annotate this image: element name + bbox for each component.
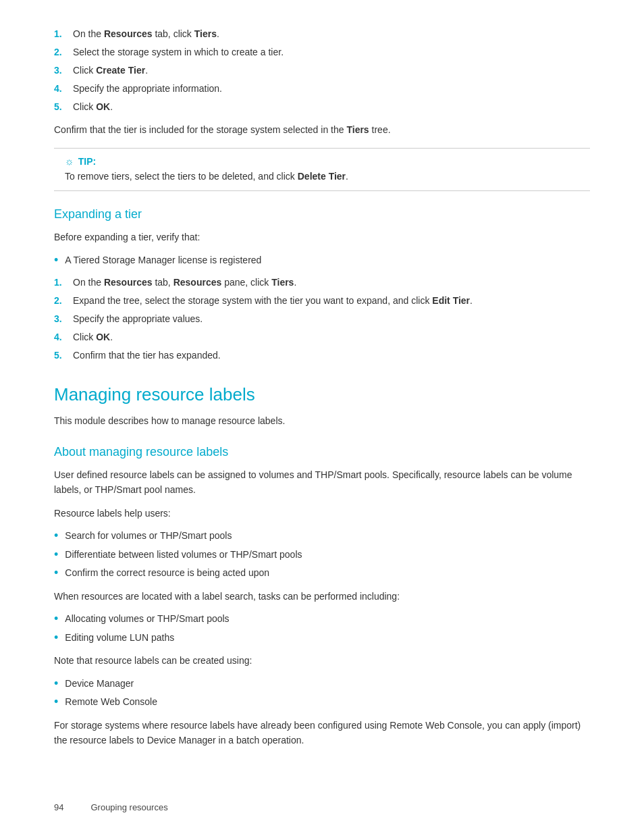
- created-bullet-2: • Remote Web Console: [54, 695, 590, 710]
- page-section: Grouping resources: [90, 802, 167, 812]
- tip-label-text: TIP:: [78, 156, 96, 167]
- task-bullet-1: • Allocating volumes or THP/Smart pools: [54, 612, 590, 627]
- confirm-text: Confirm that the tier is included for th…: [54, 122, 590, 137]
- page-number: 94: [54, 802, 63, 812]
- expand-step-2: 2. Expand the tree, select the storage s…: [54, 294, 590, 308]
- about-managing-heading: About managing resource labels: [54, 445, 590, 459]
- about-para1: User defined resource labels can be assi…: [54, 467, 590, 498]
- about-para5: For storage systems where resource label…: [54, 718, 590, 748]
- created-bullet-1: • Device Manager: [54, 677, 590, 692]
- step-1: 1. On the Resources tab, click Tiers.: [54, 27, 590, 41]
- tip-icon: ☼: [65, 155, 74, 167]
- created-using-list: • Device Manager • Remote Web Console: [54, 677, 590, 710]
- about-para2: Resource labels help users:: [54, 506, 590, 521]
- page-footer: 94 Grouping resources: [54, 789, 590, 812]
- prereq-list: • A Tiered Storage Manager license is re…: [54, 253, 590, 268]
- tip-text: To remove tiers, select the tiers to be …: [65, 170, 579, 184]
- step-2: 2. Select the storage system in which to…: [54, 45, 590, 59]
- expanding-steps: 1. On the Resources tab, Resources pane,…: [54, 276, 590, 363]
- prereq-item-1: • A Tiered Storage Manager license is re…: [54, 253, 590, 268]
- step-4: 4. Specify the appropriate information.: [54, 82, 590, 96]
- tasks-list: • Allocating volumes or THP/Smart pools …: [54, 612, 590, 645]
- step-5: 5. Click OK.: [54, 100, 590, 114]
- bullet-item-3: • Confirm the correct resource is being …: [54, 566, 590, 581]
- bullet-item-1: • Search for volumes or THP/Smart pools: [54, 529, 590, 544]
- step-3: 3. Click Create Tier.: [54, 63, 590, 78]
- expanding-tier-heading: Expanding a tier: [54, 207, 590, 221]
- help-users-list: • Search for volumes or THP/Smart pools …: [54, 529, 590, 581]
- expand-step-4: 4. Click OK.: [54, 330, 590, 344]
- intro-steps: 1. On the Resources tab, click Tiers. 2.…: [54, 27, 590, 114]
- expand-step-5: 5. Confirm that the tier has expanded.: [54, 348, 590, 363]
- managing-resource-labels-heading: Managing resource labels: [54, 384, 590, 405]
- expand-step-1: 1. On the Resources tab, Resources pane,…: [54, 276, 590, 290]
- about-para4: Note that resource labels can be created…: [54, 653, 590, 668]
- tip-box: ☼ TIP: To remove tiers, select the tiers…: [54, 148, 590, 191]
- managing-intro: This module describes how to manage reso…: [54, 413, 590, 428]
- expanding-prereq-intro: Before expanding a tier, verify that:: [54, 230, 590, 244]
- about-para3: When resources are located with a label …: [54, 589, 590, 604]
- bullet-item-2: • Differentiate between listed volumes o…: [54, 548, 590, 563]
- page-content: 1. On the Resources tab, click Tiers. 2.…: [0, 0, 644, 834]
- expand-step-3: 3. Specify the appropriate values.: [54, 312, 590, 326]
- tip-label: ☼ TIP:: [65, 155, 579, 167]
- task-bullet-2: • Editing volume LUN paths: [54, 631, 590, 646]
